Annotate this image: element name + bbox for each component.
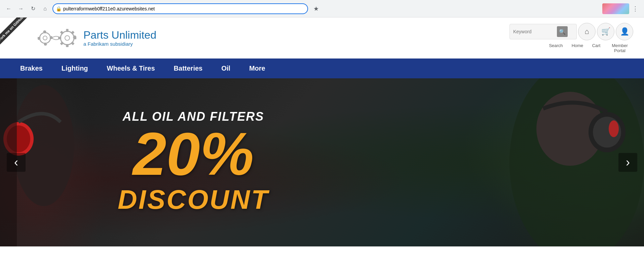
search-button[interactable]: 🔍 <box>557 26 568 37</box>
home-label: Home <box>569 43 586 53</box>
nav-bar: Brakes Lighting Wheels & Tires Batteries… <box>0 58 644 78</box>
home-button[interactable]: ⌂ <box>40 4 50 13</box>
header-right: 🔍 ⌂ 🛒 👤 Search Home Cart Member Portal <box>509 23 633 53</box>
member-portal-label: Member Portal <box>606 43 633 53</box>
reload-button[interactable]: ↻ <box>28 4 38 13</box>
logo-gears <box>38 26 78 50</box>
back-button[interactable]: ← <box>4 4 13 13</box>
hero-banner: ALL OIL AND FILTERS 20% DISCOUNT ‹ › <box>0 78 644 246</box>
carousel-next-button[interactable]: › <box>618 153 637 172</box>
lock-icon: 🔒 <box>56 6 62 11</box>
svg-point-32 <box>609 120 619 137</box>
svg-rect-12 <box>66 29 69 32</box>
cart-icon: 🛒 <box>601 27 610 36</box>
nav-item-brakes[interactable]: Brakes <box>11 58 52 78</box>
hero-person-right-svg <box>442 78 644 246</box>
search-label: Search <box>547 43 565 53</box>
browser-chrome: ← → ↻ ⌂ 🔒 ★ ⋮ <box>0 0 644 17</box>
svg-rect-18 <box>73 37 76 39</box>
address-bar[interactable] <box>52 3 308 14</box>
nav-item-lighting[interactable]: Lighting <box>52 58 98 78</box>
header-icons-row: 🔍 ⌂ 🛒 👤 <box>509 23 633 40</box>
logo-text: Parts Unlimited a Fabrikam subsidiary <box>83 29 156 47</box>
search-bar: 🔍 <box>509 24 577 39</box>
svg-point-11 <box>65 36 70 40</box>
member-portal-icon-button[interactable]: 👤 <box>616 23 633 40</box>
forward-button[interactable]: → <box>16 4 26 13</box>
carousel-prev-button[interactable]: ‹ <box>7 153 26 172</box>
hero-content: ALL OIL AND FILTERS 20% DISCOUNT <box>118 110 269 215</box>
fork-ribbon[interactable]: Fork me on GitHub <box>0 17 34 51</box>
address-bar-container: 🔒 <box>52 3 308 14</box>
logo-subtitle: a Fabrikam subsidiary <box>83 41 156 47</box>
home-icon-button[interactable]: ⌂ <box>578 23 596 40</box>
fork-ribbon-text: Fork me on GitHub <box>0 17 28 45</box>
cart-label: Cart <box>588 43 605 53</box>
svg-rect-19 <box>71 41 74 45</box>
cart-icon-button[interactable]: 🛒 <box>597 23 614 40</box>
svg-rect-17 <box>71 31 74 34</box>
nav-item-oil[interactable]: Oil <box>212 58 240 78</box>
site-header: Fork me on GitHub <box>0 17 644 58</box>
nav-item-more[interactable]: More <box>240 58 275 78</box>
svg-point-0 <box>40 33 50 43</box>
logo-area: Parts Unlimited a Fabrikam subsidiary <box>38 26 156 50</box>
nav-item-wheels-tires[interactable]: Wheels & Tires <box>98 58 164 78</box>
hero-discount: DISCOUNT <box>118 184 269 215</box>
browser-profile-area: ⋮ <box>602 3 640 14</box>
user-icon: 👤 <box>620 27 629 36</box>
logo-gear-svg <box>38 26 78 50</box>
home-icon: ⌂ <box>584 27 589 36</box>
svg-rect-22 <box>58 37 61 39</box>
bookmark-star-icon[interactable]: ★ <box>313 5 319 12</box>
hero-percent: 20% <box>118 124 269 184</box>
svg-rect-21 <box>60 41 64 45</box>
svg-point-1 <box>43 36 47 40</box>
svg-rect-20 <box>66 44 69 47</box>
site-wrapper: Fork me on GitHub <box>0 17 644 246</box>
svg-rect-23 <box>60 31 64 34</box>
search-icon: 🔍 <box>559 29 566 35</box>
header-labels-row: Search Home Cart Member Portal <box>547 43 633 53</box>
logo-title[interactable]: Parts Unlimited <box>83 29 156 41</box>
nav-item-batteries[interactable]: Batteries <box>164 58 212 78</box>
profile-image <box>602 3 629 14</box>
search-input[interactable] <box>513 29 557 34</box>
browser-menu-button[interactable]: ⋮ <box>631 4 640 13</box>
